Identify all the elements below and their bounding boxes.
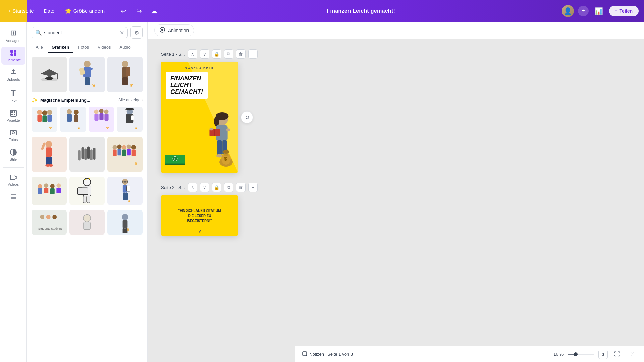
slide-1-down-button[interactable]: ∨ (200, 49, 209, 59)
tab-videos[interactable]: Videos (94, 42, 115, 53)
search-input-wrap[interactable]: 🔍 ✕ (32, 27, 128, 38)
result-item-reading[interactable]: ♛ (69, 57, 105, 92)
result-item-group[interactable]: ♛ (107, 137, 143, 172)
videos-icon (10, 174, 17, 181)
slide-2-copy-button[interactable]: ⧉ (224, 183, 233, 192)
slide-1-delete-button[interactable]: 🗑 (236, 49, 246, 59)
group-svg: ♛ (110, 142, 140, 167)
result-item-hands[interactable] (69, 137, 105, 172)
magic-item-1[interactable]: ♛ (32, 107, 57, 132)
sidebar-item-patterns[interactable] (1, 190, 25, 203)
result-item-girl-hand[interactable] (32, 137, 67, 172)
sidebar-item-videos[interactable]: Videos (1, 171, 25, 189)
svg-point-77 (112, 145, 117, 150)
svg-rect-54 (99, 113, 103, 120)
tab-grafiken[interactable]: Grafiken (48, 42, 73, 53)
svg-rect-132 (209, 128, 213, 130)
grosse-button[interactable]: 🌟 Größe ändern (62, 6, 108, 16)
filter-button[interactable]: ⚙ (130, 26, 143, 39)
magic-item-3[interactable]: ♛ (89, 107, 114, 132)
tab-audio[interactable]: Audio (115, 42, 135, 53)
teilen-button[interactable]: ↑ Teilen (609, 6, 639, 16)
sidebar-item-uploads[interactable]: Uploads (1, 66, 25, 84)
grosse-label: Größe ändern (73, 8, 105, 14)
show-all-button[interactable]: Alle anzeigen (118, 98, 143, 102)
bar-chart-icon: 📊 (595, 7, 603, 15)
result-item-standing[interactable]: ♛ (107, 177, 143, 205)
slide-1-add-button[interactable]: + (248, 49, 258, 59)
svg-text:♛: ♛ (135, 162, 138, 165)
chevron-down-icon: ∨ (203, 52, 206, 57)
copy-icon: ⧉ (227, 51, 230, 57)
svg-rect-109 (126, 186, 130, 191)
datei-button[interactable]: Datei (41, 6, 59, 16)
add-user-button[interactable]: + (578, 6, 589, 16)
result-item-backpack[interactable]: ♛ (107, 57, 143, 92)
refresh-button[interactable]: ↻ (241, 111, 253, 123)
undo-icon: ↩ (121, 7, 126, 15)
svg-rect-73 (84, 148, 87, 160)
magic-header: ✨ Magische Empfehlung... Alle anzeigen (32, 97, 143, 103)
sidebar-item-stile[interactable]: Stile (1, 146, 25, 164)
svg-text:♛: ♛ (106, 126, 109, 130)
bottom-bar: Notizen Seite 1 von 3 16 % 3 ⛶ ? (295, 346, 644, 362)
sidebar-item-elemente[interactable]: Elemente (1, 47, 25, 65)
magic-item-2[interactable]: ♛ (60, 107, 86, 132)
extra3-svg: ♛ (117, 213, 133, 233)
svg-rect-62 (131, 116, 134, 120)
svg-rect-95 (56, 188, 61, 193)
result-item-sitting[interactable] (32, 177, 67, 205)
slide-1-lock-button[interactable]: 🔒 (212, 49, 221, 59)
notizen-button[interactable]: Notizen (302, 351, 324, 357)
slide1-author: SASCHA DELP (161, 67, 238, 70)
plus-icon: + (252, 52, 254, 57)
sidebar: ⊞ Vorlagen Elemente Uploads T Text (0, 22, 27, 362)
svg-text:♛: ♛ (49, 126, 52, 130)
slide-1-copy-button[interactable]: ⧉ (224, 49, 233, 59)
svg-rect-80 (117, 149, 121, 156)
help-button[interactable]: ? (627, 349, 637, 360)
sidebar-item-text[interactable]: T Text (1, 85, 25, 106)
svg-point-117 (83, 214, 91, 222)
copy-icon: ⧉ (227, 185, 230, 190)
clear-search-button[interactable]: ✕ (120, 29, 124, 36)
svg-rect-71 (78, 150, 80, 161)
result-item-extra2[interactable] (69, 210, 105, 235)
result-item-bw[interactable]: ★ ★ (69, 177, 105, 205)
search-input[interactable] (44, 30, 118, 35)
slide-2-thumbnail[interactable]: "EIN SCHLAUES ZITAT UMDIE LESER ZUBEGEIS… (161, 195, 238, 236)
slide-1-thumbnail[interactable]: SASCHA DELP FINANZEN LEICHT GEMACHT! (161, 62, 238, 173)
tab-fotos[interactable]: Fotos (74, 42, 93, 53)
page-info: Seite 1 von 3 (327, 352, 353, 357)
sidebar-item-vorlagen[interactable]: ⊞ Vorlagen (1, 26, 25, 45)
svg-rect-4 (11, 73, 16, 74)
animation-button[interactable]: Animation (154, 24, 194, 36)
startseite-button[interactable]: ‹ Startseite (5, 6, 37, 16)
slide-2-lock-button[interactable]: 🔒 (212, 183, 221, 192)
slide-2-down-button[interactable]: ∨ (200, 183, 209, 192)
result-item-extra1[interactable]: Students studying together (32, 210, 67, 235)
startseite-label: Startseite (12, 8, 34, 14)
slide-2-delete-button[interactable]: 🗑 (236, 183, 246, 192)
magic-item-4[interactable]: ♛ (117, 107, 143, 132)
magic-svg-1: ♛ (34, 107, 55, 132)
svg-rect-65 (46, 147, 52, 157)
sidebar-item-projekte[interactable]: Projekte (1, 107, 25, 125)
sidebar-item-fotos[interactable]: Fotos (1, 126, 25, 144)
slide-2-up-button[interactable]: ∧ (188, 183, 197, 192)
fullscreen-button[interactable]: ⛶ (612, 349, 623, 360)
undo-button[interactable]: ↩ (117, 5, 129, 17)
result-item-cap[interactable] (32, 57, 67, 92)
tab-alle[interactable]: Alle (32, 42, 47, 53)
stats-button[interactable]: 📊 (593, 5, 605, 17)
zoom-slider[interactable] (568, 354, 594, 355)
svg-rect-52 (94, 114, 98, 121)
slide-1-up-button[interactable]: ∧ (188, 49, 197, 59)
slide-2-add-button[interactable]: + (248, 183, 258, 192)
svg-rect-5 (10, 110, 16, 116)
redo-button[interactable]: ↪ (133, 5, 145, 17)
project-title: Finanzen Leicht gemacht! (327, 8, 395, 14)
cloud-save-button[interactable]: ☁ (148, 5, 160, 17)
chevron-down-icon: ∨ (203, 185, 206, 190)
result-item-extra3[interactable]: ♛ (107, 210, 143, 235)
